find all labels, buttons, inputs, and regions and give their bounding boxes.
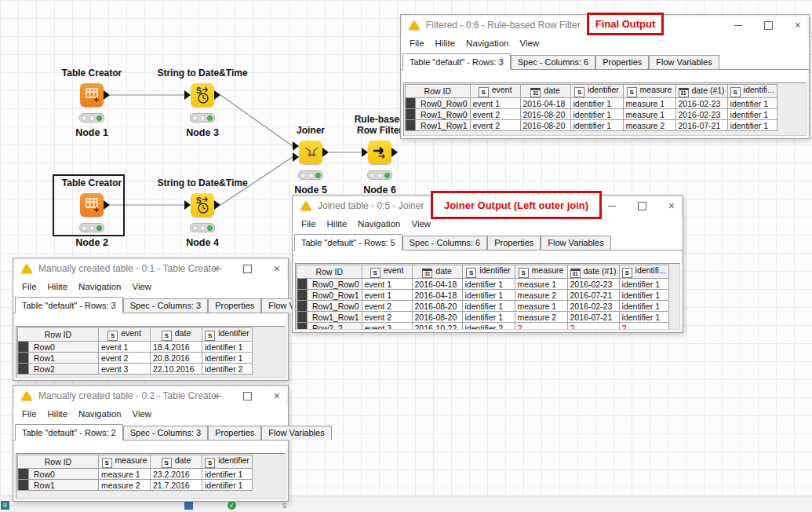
- node-status-traffic-light: [79, 223, 104, 232]
- menu-item-navigation[interactable]: Navigation: [461, 38, 514, 48]
- tab-2[interactable]: Properties: [208, 426, 261, 440]
- column-header-measure[interactable]: Smeasure: [515, 265, 567, 279]
- menu-item-navigation[interactable]: Navigation: [352, 219, 406, 229]
- close-icon[interactable]: ×: [795, 20, 801, 31]
- minimize-icon[interactable]: [608, 205, 616, 207]
- tab-0[interactable]: Table "default" - Rows: 3: [15, 297, 123, 313]
- maximize-icon[interactable]: [638, 202, 646, 210]
- table-row[interactable]: Row1_Row1event 22016-08-20identifier 1me…: [406, 120, 777, 131]
- tab-3[interactable]: Flow Variables: [261, 426, 331, 440]
- column-header-row-id[interactable]: Row ID: [18, 328, 99, 342]
- menu-item-view[interactable]: View: [406, 219, 436, 229]
- menu-item-file[interactable]: File: [404, 38, 430, 48]
- rule-based-row-filter-icon[interactable]: [368, 141, 391, 164]
- minimize-icon[interactable]: [213, 395, 221, 397]
- joiner-icon[interactable]: [299, 141, 322, 164]
- tab-0[interactable]: Table "default" - Rows: 2: [15, 424, 123, 441]
- table-row[interactable]: Row0_Row1event 12016-04-18identifier 1me…: [297, 290, 669, 301]
- node-status-traffic-light: [367, 170, 392, 180]
- table-row[interactable]: Row0_Row0event 12016-04-18identifier 1me…: [297, 279, 669, 290]
- column-header-event[interactable]: Sevent: [470, 85, 520, 98]
- string-to-datetime-icon[interactable]: S: [191, 193, 214, 217]
- column-header-measure[interactable]: Smeasure: [623, 85, 675, 98]
- tab-0[interactable]: Table "default" - Rows: 5: [294, 234, 402, 251]
- minimize-icon[interactable]: [213, 268, 221, 269]
- table-row[interactable]: Row0_Row0event 12016-04-18identifier 1me…: [406, 98, 777, 109]
- column-header-row-id[interactable]: Row ID: [406, 85, 471, 98]
- menu-item-hilite[interactable]: Hilite: [42, 409, 74, 419]
- column-header-event[interactable]: Sevent: [362, 265, 412, 279]
- tab-3[interactable]: Flow Variables: [649, 55, 719, 69]
- table-creator-icon[interactable]: [80, 83, 104, 107]
- menu-item-view[interactable]: View: [126, 409, 157, 419]
- maximize-icon[interactable]: [243, 392, 252, 400]
- window-manually-created-table-2[interactable]: Manually created table - 0:2 - Table Cre…: [13, 385, 289, 502]
- table-row[interactable]: Row0event 118.4.2016identifier 1: [18, 342, 253, 353]
- table-row[interactable]: Row1event 220.8.2016identifier 1: [18, 353, 253, 364]
- column-header-identifier[interactable]: Sidentifier: [202, 328, 253, 342]
- column-header-identifier[interactable]: Sidentifier: [570, 85, 623, 98]
- node-name: Node 1: [41, 127, 143, 138]
- maximize-icon[interactable]: [243, 265, 252, 273]
- column-header-row-id[interactable]: Row ID: [18, 455, 99, 469]
- column-header-date[interactable]: 31date: [520, 85, 570, 98]
- window-manually-created-table-1[interactable]: Manually created table - 0:1 - Table Cre…: [13, 258, 289, 381]
- close-icon[interactable]: ×: [274, 390, 280, 401]
- column-header-date-#1-[interactable]: 31date (#1): [567, 265, 619, 279]
- node-1[interactable]: Table Creator Node 1: [41, 68, 143, 138]
- menu-item-view[interactable]: View: [126, 282, 157, 291]
- menu-item-navigation[interactable]: Navigation: [73, 409, 126, 419]
- column-header-date[interactable]: Sdate: [151, 455, 202, 469]
- minimize-icon[interactable]: [734, 24, 742, 26]
- column-header-identifi-[interactable]: Sidentifi...: [727, 85, 777, 98]
- tab-2[interactable]: Properties: [208, 298, 261, 313]
- tab-2[interactable]: Properties: [487, 236, 541, 250]
- menu-bar: FileHiliteNavigationView: [13, 406, 288, 422]
- close-icon[interactable]: ×: [668, 200, 675, 211]
- tab-2[interactable]: Properties: [595, 55, 649, 69]
- node-3[interactable]: String to Date&Time S Node 3: [151, 68, 253, 138]
- menu-item-file[interactable]: File: [296, 219, 322, 229]
- menu-item-file[interactable]: File: [16, 409, 42, 419]
- node-4[interactable]: String to Date&Time S Node 4: [151, 177, 253, 248]
- column-header-date[interactable]: 31date: [412, 265, 462, 279]
- node-2[interactable]: Table Creator Node 2: [41, 177, 143, 248]
- tab-1[interactable]: Spec - Columns: 3: [123, 298, 208, 313]
- table-row[interactable]: Row2event 322.10.2016identifier 2: [18, 364, 253, 375]
- column-header-date[interactable]: Sdate: [151, 328, 202, 342]
- maximize-icon[interactable]: [764, 21, 773, 30]
- column-header-event[interactable]: Sevent: [99, 328, 151, 342]
- close-icon[interactable]: ×: [274, 263, 280, 274]
- column-header-date-#1-[interactable]: 31date (#1): [675, 85, 727, 98]
- column-header-identifi-[interactable]: Sidentifi...: [619, 265, 668, 279]
- table-row[interactable]: Row2_?event 32016-10-22identifier 2???: [297, 323, 669, 331]
- titlebar[interactable]: Manually created table - 0:2 - Table Cre…: [13, 386, 288, 406]
- menu-item-hilite[interactable]: Hilite: [322, 219, 353, 229]
- node-type-label: String to Date&Time: [151, 177, 253, 188]
- menu-item-file[interactable]: File: [16, 282, 42, 291]
- column-header-row-id[interactable]: Row ID: [297, 265, 362, 279]
- tab-3[interactable]: Flow Variables: [541, 236, 610, 250]
- table-creator-icon[interactable]: [80, 193, 104, 217]
- menu-item-hilite[interactable]: Hilite: [42, 282, 74, 291]
- knime-table-view-icon: [21, 391, 32, 400]
- tab-0[interactable]: Table "default" - Rows: 3: [402, 53, 511, 70]
- table-row[interactable]: Row0measure 123.2.2016identifier 1: [18, 469, 253, 480]
- string-to-datetime-icon[interactable]: S: [191, 83, 214, 107]
- table-row[interactable]: Row1_Row0event 22016-08-20identifier 1me…: [406, 109, 777, 120]
- menu-item-view[interactable]: View: [514, 38, 544, 48]
- column-header-identifier[interactable]: Sidentifier: [462, 265, 515, 279]
- menu-item-navigation[interactable]: Navigation: [73, 282, 126, 291]
- titlebar[interactable]: Manually created table - 0:1 - Table Cre…: [13, 258, 288, 279]
- menu-item-hilite[interactable]: Hilite: [430, 38, 461, 48]
- tab-1[interactable]: Spec - Columns: 6: [511, 55, 595, 69]
- node-5[interactable]: Joiner Node 5: [275, 125, 346, 196]
- data-cell: event 2: [362, 301, 412, 312]
- tab-1[interactable]: Spec - Columns: 6: [402, 236, 487, 250]
- column-header-identifier[interactable]: Sidentifier: [202, 455, 253, 469]
- table-row[interactable]: Row1_Row1event 22016-08-20identifier 1me…: [297, 312, 669, 323]
- table-row[interactable]: Row1_Row0event 22016-08-20identifier 1me…: [297, 301, 669, 312]
- column-header-measure[interactable]: Smeasure: [99, 455, 151, 469]
- table-row[interactable]: Row1measure 221.7.2016identifier 1: [18, 480, 253, 491]
- tab-1[interactable]: Spec - Columns: 3: [123, 426, 208, 440]
